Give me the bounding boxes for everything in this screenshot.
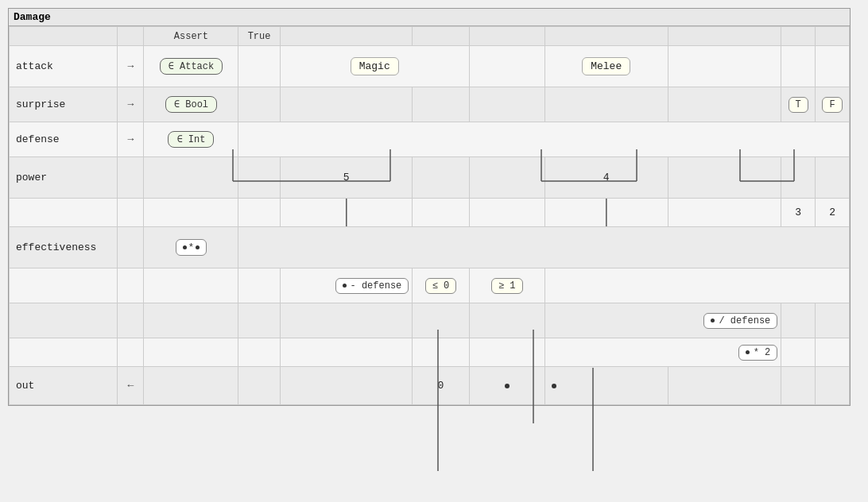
row-mul2: * 2 <box>10 338 850 367</box>
power-val2: 4 <box>603 172 610 183</box>
power-empty3 <box>668 157 781 199</box>
attack-label: attack <box>16 60 53 72</box>
header-true: True <box>238 27 280 46</box>
eff-rest <box>238 227 850 268</box>
surprise-empty2 <box>413 87 469 122</box>
attack-empty1 <box>469 46 544 87</box>
header-col1 <box>280 27 413 46</box>
out-empty1 <box>280 367 413 405</box>
row-power: power 5 4 <box>10 157 850 199</box>
out-bullet2-cell <box>544 367 668 405</box>
div-empty3 <box>144 303 238 338</box>
header-empty-1 <box>10 27 118 46</box>
surprise-empty3 <box>469 87 544 122</box>
attack-empty3 <box>781 46 816 87</box>
bracket-val4: 2 <box>829 207 835 218</box>
surprise-empty4 <box>544 87 668 122</box>
row-defense: defense → ∈ Int <box>10 122 850 157</box>
sub-empty1 <box>10 268 118 303</box>
bracket-empty1 <box>10 199 118 227</box>
header-assert: Assert <box>144 27 238 46</box>
defense-label: defense <box>16 133 60 145</box>
out-bullet-cell <box>469 367 544 405</box>
out-arrow: ← <box>127 380 134 392</box>
bracket-empty5 <box>280 199 413 227</box>
out-arrow-cell: ← <box>118 367 144 405</box>
out-empty4 <box>816 367 850 405</box>
attack-magic-cell: Magic <box>280 46 469 87</box>
f-badge: F <box>822 97 842 113</box>
surprise-label: surprise <box>16 98 65 110</box>
surprise-empty5 <box>668 87 781 122</box>
mul2-cell: * 2 <box>544 338 781 367</box>
power-empty2 <box>469 157 544 199</box>
bracket-val3: 3 <box>795 207 801 218</box>
mul-empty9 <box>816 338 850 367</box>
le-zero-badge: ≤ 0 <box>425 278 457 294</box>
div-defense-badge: / defense <box>703 313 777 329</box>
eff-label-cell: effectiveness <box>10 227 118 268</box>
melee-badge: Melee <box>582 57 630 75</box>
row-out: out ← 0 <box>10 367 850 405</box>
surprise-f-cell: F <box>816 87 850 122</box>
out-label-cell: out <box>10 367 118 405</box>
out-assert-empty <box>144 367 238 405</box>
row-divmul: / defense <box>10 303 850 338</box>
row-surprise: surprise → ∈ Bool <box>10 87 850 122</box>
magic-badge: Magic <box>351 57 399 75</box>
bracket-empty8 <box>544 199 668 227</box>
sub-ge-cell: ≥ 1 <box>469 268 544 303</box>
surprise-badge: ∈ Bool <box>165 96 217 113</box>
sub-minus-cell: - defense <box>280 268 413 303</box>
bracket-empty7 <box>469 199 544 227</box>
defense-badge: ∈ Int <box>168 131 214 148</box>
power-val2-cell: 4 <box>544 157 668 199</box>
mul-empty6 <box>413 338 469 367</box>
attack-arrow: → <box>127 60 134 72</box>
row-subexpr: - defense ≤ 0 ≥ 1 <box>10 268 850 303</box>
eff-label: effectiveness <box>16 241 96 253</box>
power-label-cell: power <box>10 157 118 199</box>
defense-label-cell: defense <box>10 122 118 157</box>
surprise-assert-cell: ∈ Bool <box>144 87 238 122</box>
attack-empty4 <box>816 46 850 87</box>
out-label: out <box>16 380 34 392</box>
bracket-empty2 <box>118 199 144 227</box>
defense-arrow-cell: → <box>118 122 144 157</box>
attack-badge: ∈ Attack <box>160 58 223 75</box>
eff-star: * <box>188 241 195 253</box>
mul-empty2 <box>118 338 144 367</box>
div-empty5 <box>280 303 413 338</box>
minus-defense-text: - defense <box>351 280 402 292</box>
sub-rest <box>544 268 849 303</box>
minus-dot <box>343 284 347 288</box>
bracket-empty4 <box>238 199 280 227</box>
main-container: Damage Assert <box>8 8 851 406</box>
sub-le-cell: ≤ 0 <box>413 268 469 303</box>
div-dot <box>711 319 715 322</box>
row-attack: attack → ∈ Attack Magic <box>10 46 850 87</box>
mul-empty3 <box>144 338 238 367</box>
attack-label-cell: attack <box>10 46 118 87</box>
power-true-empty <box>238 157 280 199</box>
div-cell: / defense <box>544 303 781 338</box>
eff-arrow-empty <box>118 227 144 268</box>
defense-rest <box>238 122 850 157</box>
mul2-badge: * 2 <box>738 345 778 361</box>
power-empty1 <box>413 157 469 199</box>
out-true-empty <box>238 367 280 405</box>
bracket-line-svg <box>281 199 413 226</box>
div-defense-text: / defense <box>719 315 770 326</box>
out-zero: 0 <box>438 380 444 392</box>
header-col3 <box>469 27 544 46</box>
mul-empty1 <box>10 338 118 367</box>
defense-arrow: → <box>127 133 134 145</box>
div-empty2 <box>118 303 144 338</box>
out-zero-cell: 0 <box>413 367 469 405</box>
surprise-empty1 <box>280 87 413 122</box>
mul-empty8 <box>781 338 816 367</box>
row-effectiveness: effectiveness * <box>10 227 850 268</box>
minus-defense-badge: - defense <box>335 278 409 294</box>
eff-dot-badge: * <box>176 239 207 256</box>
mul2-text: * 2 <box>754 347 771 358</box>
